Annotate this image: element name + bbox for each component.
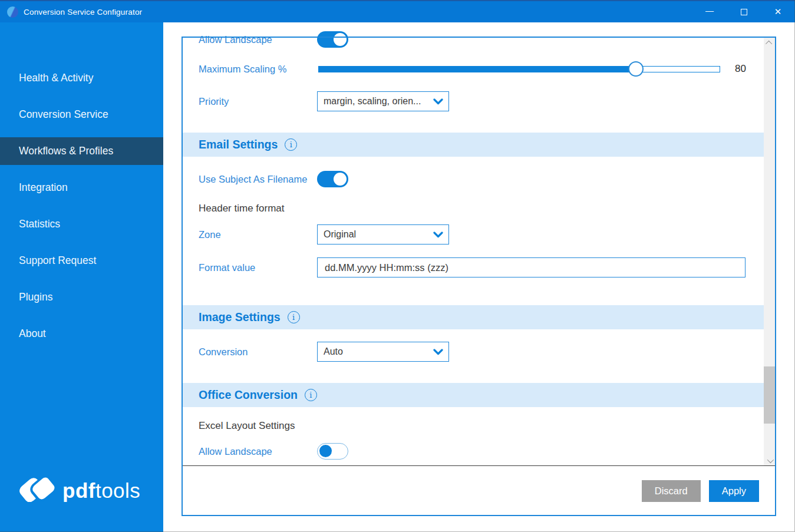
priority-dropdown[interactable]: margin, scaling, orien... xyxy=(317,91,449,111)
scroll-down-button[interactable] xyxy=(764,455,775,465)
row-excel-layout-settings: Excel Layout Settings xyxy=(183,416,764,436)
row-allow-landscape-clipped: Allow Landscape xyxy=(183,29,764,49)
settings-panel: Allow Landscape Maximum Scaling % 80 Pri… xyxy=(182,37,776,516)
sidebar-item-label: Plugins xyxy=(19,291,52,303)
sidebar-item-about[interactable]: About xyxy=(0,320,163,348)
app-logo-icon xyxy=(7,6,18,18)
pdftools-logo: pdftools xyxy=(17,470,140,512)
row-priority: Priority margin, scaling, orien... xyxy=(183,91,764,111)
allow-landscape-clipped-toggle[interactable] xyxy=(317,31,348,48)
sidebar-nav: Health & Activity Conversion Service Wor… xyxy=(0,22,163,348)
info-icon[interactable]: i xyxy=(305,389,317,401)
maximize-button[interactable] xyxy=(727,1,761,22)
toggle-knob xyxy=(319,445,332,457)
sidebar-item-label: Integration xyxy=(19,181,68,194)
section-office-conversion: Office Conversion i xyxy=(183,383,764,407)
settings-scroll-area: Allow Landscape Maximum Scaling % 80 Pri… xyxy=(183,38,775,465)
title-bar: Conversion Service Configurator — ✕ xyxy=(0,0,795,22)
allow-landscape-toggle[interactable] xyxy=(317,443,348,460)
logo-bold: pdf xyxy=(62,479,95,502)
row-zone: Zone Original xyxy=(183,224,764,244)
window-controls: — ✕ xyxy=(692,1,795,22)
maximum-scaling-slider[interactable] xyxy=(318,61,720,77)
maximum-scaling-value: 80 xyxy=(735,63,746,75)
scroll-up-button[interactable] xyxy=(764,38,775,48)
sidebar-item-plugins[interactable]: Plugins xyxy=(0,283,163,311)
excel-layout-settings-subheading: Excel Layout Settings xyxy=(199,420,295,432)
close-icon: ✕ xyxy=(774,6,782,17)
conversion-label: Conversion xyxy=(199,346,248,358)
priority-label: Priority xyxy=(199,96,229,107)
slider-handle[interactable] xyxy=(628,61,644,77)
allow-landscape-clipped-label: Allow Landscape xyxy=(199,34,272,45)
close-button[interactable]: ✕ xyxy=(761,1,795,22)
chevron-down-icon xyxy=(433,349,443,355)
format-value-input[interactable] xyxy=(317,257,745,277)
sidebar-item-support-request[interactable]: Support Request xyxy=(0,247,163,275)
footer-separator xyxy=(183,465,775,466)
sidebar-item-workflows-profiles[interactable]: Workflows & Profiles xyxy=(0,137,163,165)
zone-label: Zone xyxy=(199,229,221,240)
pdftools-logo-text: pdftools xyxy=(62,479,140,503)
row-allow-landscape: Allow Landscape xyxy=(183,441,764,461)
use-subject-toggle[interactable] xyxy=(317,171,348,187)
pdftools-logo-icon xyxy=(17,470,55,512)
section-email-settings: Email Settings i xyxy=(183,133,764,157)
row-use-subject-as-filename: Use Subject As Filename xyxy=(183,169,764,189)
apply-button[interactable]: Apply xyxy=(709,480,759,502)
sidebar-item-label: Support Request xyxy=(19,255,96,267)
row-maximum-scaling: Maximum Scaling % 80 xyxy=(183,60,764,78)
chevron-down-icon xyxy=(433,232,443,238)
sidebar-item-label: Health & Activity xyxy=(19,72,93,84)
toggle-knob xyxy=(334,173,347,186)
sidebar-item-label: Conversion Service xyxy=(19,108,108,121)
info-icon[interactable]: i xyxy=(285,138,297,151)
sidebar-item-label: About xyxy=(19,328,46,340)
info-icon[interactable]: i xyxy=(288,311,300,323)
maximum-scaling-label: Maximum Scaling % xyxy=(199,64,286,75)
app-window: Conversion Service Configurator — ✕ Heal… xyxy=(0,0,795,532)
chevron-up-icon xyxy=(765,40,771,47)
conversion-value: Auto xyxy=(324,346,343,357)
row-conversion: Conversion Auto xyxy=(183,342,764,362)
sidebar: Health & Activity Conversion Service Wor… xyxy=(0,22,163,532)
office-conversion-title: Office Conversion xyxy=(199,388,298,402)
minimize-icon: — xyxy=(705,6,714,15)
priority-value: margin, scaling, orien... xyxy=(324,96,421,107)
discard-button[interactable]: Discard xyxy=(642,480,701,502)
zone-value: Original xyxy=(324,229,356,240)
scrollbar-thumb[interactable] xyxy=(764,366,775,424)
sidebar-item-integration[interactable]: Integration xyxy=(0,174,163,201)
sidebar-item-label: Workflows & Profiles xyxy=(19,145,113,157)
logo-regular: tools xyxy=(95,479,140,502)
maximize-icon xyxy=(741,9,747,15)
row-format-value: Format value xyxy=(183,257,764,277)
sidebar-item-conversion-service[interactable]: Conversion Service xyxy=(0,101,163,128)
format-value-label: Format value xyxy=(199,262,255,273)
zone-dropdown[interactable]: Original xyxy=(317,224,449,244)
sidebar-item-label: Statistics xyxy=(19,218,60,230)
vertical-scrollbar[interactable] xyxy=(764,38,775,465)
sidebar-item-health-activity[interactable]: Health & Activity xyxy=(0,64,163,92)
sidebar-item-statistics[interactable]: Statistics xyxy=(0,210,163,238)
allow-landscape-label: Allow Landscape xyxy=(199,446,272,457)
slider-fill xyxy=(318,66,636,72)
chevron-down-icon xyxy=(767,456,773,462)
chevron-down-icon xyxy=(433,98,443,105)
window-title: Conversion Service Configurator xyxy=(24,8,142,16)
minimize-button[interactable]: — xyxy=(692,1,727,22)
header-time-format-subheading: Header time format xyxy=(199,203,285,214)
row-header-time-format: Header time format xyxy=(183,199,764,219)
image-settings-title: Image Settings xyxy=(199,310,281,324)
footer-bar: Discard Apply xyxy=(183,467,775,515)
section-image-settings: Image Settings i xyxy=(183,305,764,329)
conversion-dropdown[interactable]: Auto xyxy=(317,342,449,362)
use-subject-label: Use Subject As Filename xyxy=(199,174,307,185)
email-settings-title: Email Settings xyxy=(199,138,278,151)
toggle-knob xyxy=(334,33,347,46)
